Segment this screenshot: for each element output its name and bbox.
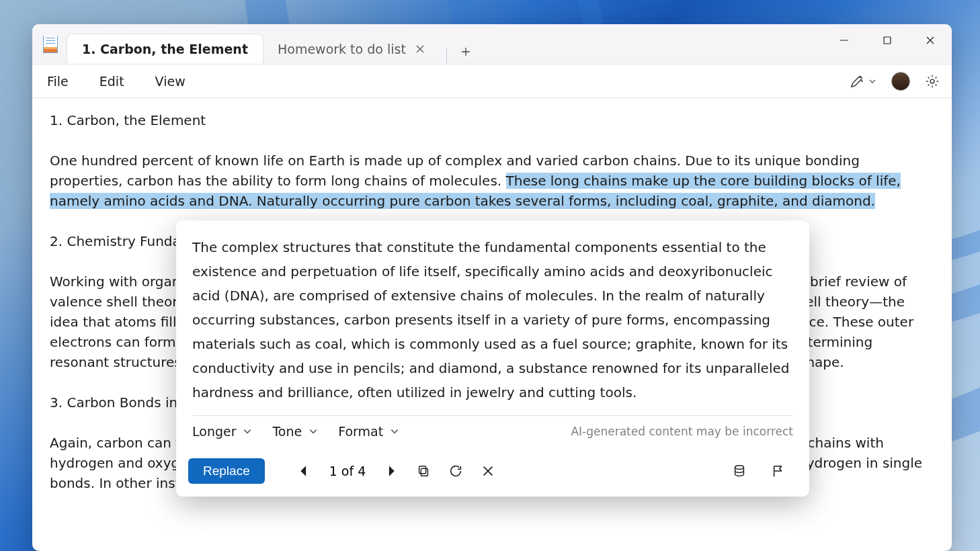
length-label: Longer (192, 424, 236, 439)
close-window-button[interactable] (909, 24, 952, 56)
dismiss-button[interactable] (475, 458, 501, 484)
chevron-down-icon (243, 427, 252, 436)
svg-rect-2 (421, 468, 428, 476)
heading-1: 1. Carbon, the Element (50, 110, 934, 130)
tab-strip: 1. Carbon, the Element Homework to do li… (67, 24, 952, 64)
tab-title: Homework to do list (278, 42, 406, 56)
menu-file[interactable]: File (47, 74, 69, 89)
chevron-down-icon (309, 427, 318, 436)
length-control[interactable]: Longer (192, 424, 252, 439)
tone-label: Tone (272, 424, 302, 439)
feedback-button[interactable] (765, 458, 792, 484)
next-suggestion-button[interactable] (378, 458, 405, 484)
ai-disclaimer: AI-generated content may be incorrect (571, 425, 793, 438)
tone-control[interactable]: Tone (272, 424, 318, 439)
close-tab-icon[interactable] (415, 44, 425, 54)
settings-button[interactable] (925, 74, 940, 89)
tab-inactive[interactable]: Homework to do list (263, 34, 440, 64)
tab-separator (446, 49, 447, 64)
format-label: Format (338, 424, 383, 439)
minimize-button[interactable] (823, 24, 866, 56)
menubar: File Edit View (32, 65, 952, 98)
menu-view[interactable]: View (155, 74, 186, 89)
svg-rect-0 (884, 37, 891, 44)
svg-point-1 (930, 79, 934, 83)
user-avatar[interactable] (891, 72, 910, 91)
format-control[interactable]: Format (338, 424, 399, 439)
chevron-down-icon (868, 77, 876, 85)
ai-rewrite-button[interactable] (850, 74, 876, 89)
svg-rect-3 (419, 466, 426, 474)
replace-button[interactable]: Replace (188, 458, 265, 484)
regenerate-button[interactable] (442, 458, 469, 484)
prev-suggestion-button[interactable] (290, 458, 317, 484)
copy-button[interactable] (410, 458, 437, 484)
maximize-button[interactable] (866, 24, 909, 56)
ai-rewrite-popup: The complex structures that constitute t… (176, 220, 809, 497)
window-controls (823, 24, 952, 64)
paragraph-1: One hundred percent of known life on Ear… (50, 151, 934, 211)
notepad-icon (43, 36, 58, 53)
add-tab-button[interactable] (454, 40, 478, 64)
titlebar: 1. Carbon, the Element Homework to do li… (32, 24, 952, 65)
tab-title: 1. Carbon, the Element (82, 42, 248, 56)
svg-point-4 (735, 466, 744, 470)
history-button[interactable] (726, 458, 753, 484)
suggestion-counter: 1 of 4 (323, 464, 373, 478)
ai-suggestion-text: The complex structures that constitute t… (192, 235, 793, 405)
tab-active[interactable]: 1. Carbon, the Element (67, 34, 263, 64)
menu-edit[interactable]: Edit (99, 74, 124, 89)
chevron-down-icon (390, 427, 399, 436)
